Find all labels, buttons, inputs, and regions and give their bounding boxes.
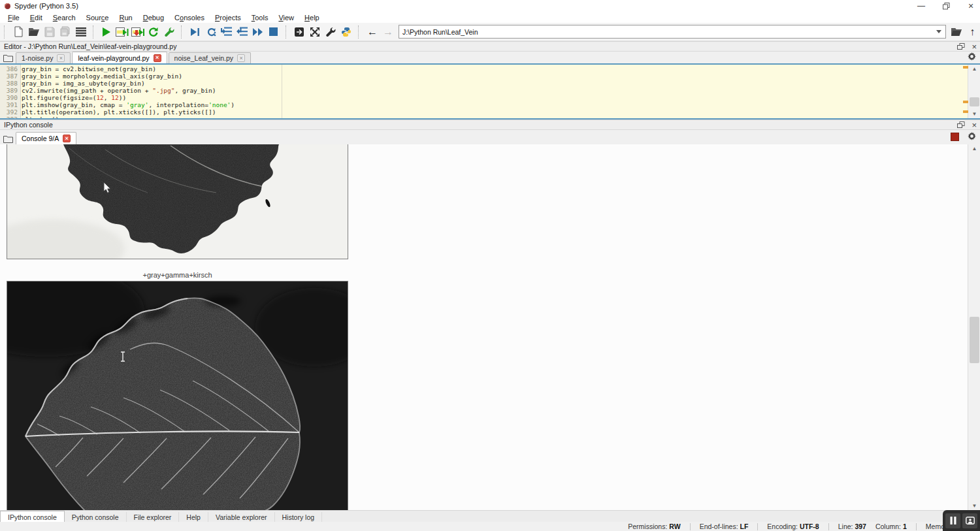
editor-scrollbar[interactable]: ▲ ▼ bbox=[968, 65, 980, 118]
step-into-button[interactable] bbox=[219, 24, 235, 40]
close-tab-icon[interactable]: × bbox=[57, 54, 65, 62]
console-output-area[interactable]: +gray+gamma+kirsch bbox=[0, 144, 980, 510]
console-scrollbar[interactable]: ▲ ▼ bbox=[968, 144, 980, 510]
menu-help[interactable]: Help bbox=[299, 13, 325, 22]
working-directory-combo[interactable]: J:\Python Run\Leaf_Vein bbox=[399, 25, 946, 39]
menu-tools[interactable]: Tools bbox=[246, 13, 274, 22]
close-tab-icon[interactable]: × bbox=[154, 54, 161, 62]
save-button[interactable] bbox=[42, 24, 57, 40]
minimize-button[interactable]: — bbox=[916, 1, 926, 11]
editor-scrollbar-thumb[interactable] bbox=[970, 97, 979, 106]
new-file-button[interactable] bbox=[10, 24, 26, 40]
bottom-tab-help[interactable]: Help bbox=[179, 512, 208, 523]
run-configuration-button[interactable] bbox=[161, 24, 177, 40]
preferences-button[interactable] bbox=[323, 24, 338, 40]
browse-tabs-button[interactable] bbox=[0, 52, 16, 63]
working-directory-value[interactable]: J:\Python Run\Leaf_Vein bbox=[399, 28, 936, 36]
bottom-tab-history-log[interactable]: History log bbox=[275, 512, 323, 523]
run-button[interactable] bbox=[99, 24, 114, 40]
console-tab[interactable]: Console 9/A × bbox=[16, 132, 76, 144]
pause-button[interactable] bbox=[945, 513, 960, 528]
code-line: 386gray_bin = cv2.bitwise_not(gray_bin) bbox=[0, 65, 954, 72]
warning-marker[interactable] bbox=[963, 66, 968, 69]
menu-consoles[interactable]: Consoles bbox=[169, 13, 210, 22]
close-pane-icon[interactable]: × bbox=[972, 121, 977, 129]
menu-bar: FileEditSearchSourceRunDebugConsolesProj… bbox=[0, 12, 980, 23]
maximize-pane-icon bbox=[294, 27, 304, 37]
run-config-wrench-icon bbox=[164, 27, 174, 37]
code-editor[interactable]: 386gray_bin = cv2.bitwise_not(gray_bin)3… bbox=[0, 63, 980, 120]
toolbar-separator bbox=[93, 25, 97, 39]
step-return-button[interactable] bbox=[235, 24, 250, 40]
forward-button[interactable]: → bbox=[380, 24, 396, 40]
warning-marker[interactable] bbox=[963, 110, 968, 113]
run-cell-button[interactable] bbox=[114, 24, 130, 40]
close-pane-icon[interactable]: × bbox=[972, 42, 977, 51]
python-path-button[interactable] bbox=[338, 24, 354, 40]
continue-button[interactable] bbox=[250, 24, 266, 40]
eol-status: End-of-lines: LF bbox=[700, 523, 749, 530]
menu-projects[interactable]: Projects bbox=[210, 13, 246, 22]
editor-options-button[interactable] bbox=[968, 52, 976, 62]
interrupt-kernel-button[interactable] bbox=[951, 133, 959, 141]
rerun-icon bbox=[148, 27, 159, 37]
parent-directory-button[interactable]: ↑ bbox=[964, 24, 980, 40]
dropdown-caret-icon[interactable] bbox=[936, 30, 941, 33]
close-tab-icon[interactable]: × bbox=[63, 135, 71, 142]
spyder-app-icon bbox=[5, 3, 10, 9]
stop-debug-button[interactable] bbox=[266, 24, 282, 40]
continue-icon bbox=[252, 27, 263, 37]
bottom-tab-file-explorer[interactable]: File explorer bbox=[127, 512, 180, 523]
console-scrollbar-thumb[interactable] bbox=[970, 317, 979, 363]
scroll-down-icon[interactable]: ▼ bbox=[968, 502, 980, 510]
browse-tabs-button[interactable] bbox=[0, 133, 16, 144]
pause-icon bbox=[950, 517, 956, 524]
tab-label: Console 9/A bbox=[22, 135, 59, 142]
editor-tab-noise-leaf-vein[interactable]: noise_Leaf_vein.py × bbox=[169, 52, 252, 63]
code-lines: 386gray_bin = cv2.bitwise_not(gray_bin)3… bbox=[0, 65, 954, 120]
line-status: Line: 397 bbox=[838, 523, 866, 530]
menu-source[interactable]: Source bbox=[81, 13, 114, 22]
editor-tab-1-noise[interactable]: 1-noise.py × bbox=[16, 52, 71, 63]
bottom-tab-variable-explorer[interactable]: Variable explorer bbox=[208, 512, 275, 523]
menu-search[interactable]: Search bbox=[48, 13, 81, 22]
run-cell-advance-button[interactable] bbox=[130, 24, 146, 40]
back-button[interactable]: ← bbox=[365, 24, 380, 40]
stop-icon bbox=[269, 27, 278, 37]
editor-tab-leaf-vein-playground[interactable]: leaf-vein-playground.py × bbox=[72, 52, 167, 63]
console-figure-leaf-kirsch bbox=[7, 281, 348, 510]
save-all-button[interactable] bbox=[57, 24, 73, 40]
bottom-tab-python-console[interactable]: Python console bbox=[65, 512, 127, 523]
console-options-button[interactable] bbox=[968, 132, 976, 142]
close-button[interactable]: × bbox=[966, 1, 976, 11]
console-pane-title: IPython console bbox=[4, 121, 53, 129]
rerun-cell-button[interactable] bbox=[146, 24, 161, 40]
scroll-down-icon[interactable]: ▼ bbox=[968, 110, 980, 118]
menu-edit[interactable]: Edit bbox=[25, 13, 48, 22]
step-button[interactable] bbox=[203, 24, 219, 40]
browse-tabs-icon bbox=[3, 135, 13, 143]
menu-file[interactable]: File bbox=[3, 13, 25, 22]
menu-view[interactable]: View bbox=[273, 13, 299, 22]
menu-debug[interactable]: Debug bbox=[138, 13, 169, 22]
tab-label: 1-noise.py bbox=[22, 54, 53, 62]
undock-pane-icon[interactable] bbox=[957, 121, 965, 129]
scroll-up-icon[interactable]: ▲ bbox=[968, 65, 980, 73]
warning-marker[interactable] bbox=[963, 101, 968, 103]
file-switcher-button[interactable] bbox=[73, 24, 89, 40]
new-file-icon bbox=[13, 26, 24, 37]
toolbar-separator bbox=[358, 25, 362, 39]
scroll-up-icon[interactable]: ▲ bbox=[968, 144, 980, 153]
webcam-button[interactable] bbox=[962, 513, 977, 528]
undock-pane-icon[interactable] bbox=[957, 43, 965, 50]
close-tab-icon[interactable]: × bbox=[237, 54, 245, 62]
run-icon bbox=[101, 27, 112, 37]
browse-directory-button[interactable] bbox=[949, 24, 964, 40]
restore-button[interactable] bbox=[941, 1, 951, 11]
debug-file-button[interactable] bbox=[188, 24, 203, 40]
bottom-tab-ipython-console[interactable]: IPython console bbox=[0, 511, 65, 523]
open-file-button[interactable] bbox=[26, 24, 42, 40]
fullscreen-button[interactable] bbox=[307, 24, 323, 40]
menu-run[interactable]: Run bbox=[114, 13, 137, 22]
maximize-pane-button[interactable] bbox=[291, 24, 307, 40]
